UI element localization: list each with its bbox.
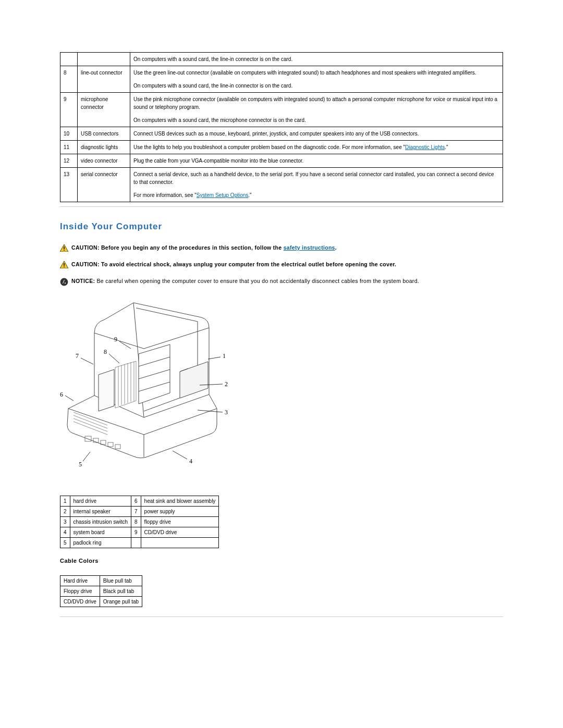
inline-link[interactable]: System Setup Options: [197, 192, 249, 198]
table-row: Hard driveBlue pull tab: [60, 576, 142, 586]
row-number: 9: [60, 93, 78, 127]
table-row: 9microphone connectorUse the pink microp…: [60, 93, 503, 127]
caution-text-post: .: [335, 244, 337, 251]
notice-text: Be careful when opening the computer cov…: [96, 278, 419, 284]
part-number: 7: [131, 507, 141, 517]
part-number: 9: [131, 527, 141, 538]
part-label: heat sink and blower assembly: [141, 496, 219, 507]
row-number: 10: [60, 127, 78, 141]
row-label: USB connectors: [78, 127, 130, 141]
row-label: serial connector: [78, 168, 130, 202]
part-label: hard drive: [70, 496, 131, 507]
callout-1: 1: [223, 352, 226, 360]
cable-colors-table: Hard driveBlue pull tabFloppy driveBlack…: [60, 575, 142, 607]
table-row: 4system board9CD/DVD drive: [60, 527, 219, 538]
safety-instructions-link[interactable]: safety instructions: [284, 244, 335, 251]
table-row: 3chassis intrusion switch8floppy drive: [60, 517, 219, 527]
caution-icon: [60, 261, 68, 269]
part-label: padlock ring: [70, 538, 131, 548]
part-number: 8: [131, 517, 141, 527]
caution-icon: [60, 244, 68, 253]
row-number: 11: [60, 141, 78, 154]
drive-name: Floppy drive: [60, 586, 100, 597]
part-number: 5: [60, 538, 70, 548]
callout-9: 9: [114, 336, 117, 343]
part-number: 4: [60, 527, 70, 538]
svg-point-7: [65, 282, 66, 283]
row-label: microphone connector: [78, 93, 130, 127]
section-heading: Inside Your Computer: [60, 221, 503, 232]
svg-line-19: [81, 358, 93, 364]
pull-tab-color: Orange pull tab: [100, 597, 142, 607]
part-label: internal speaker: [70, 507, 131, 517]
table-row: 10USB connectorsConnect USB devices such…: [60, 127, 503, 141]
part-label: floppy drive: [141, 517, 219, 527]
svg-line-17: [83, 452, 90, 461]
row-number: 8: [60, 66, 78, 93]
divider: [60, 206, 503, 207]
svg-line-16: [173, 451, 187, 459]
part-label: [141, 538, 219, 548]
row-description: Use the lights to help you troubleshoot …: [130, 141, 503, 154]
notice-icon: [60, 278, 68, 287]
drive-name: Hard drive: [60, 576, 100, 586]
row-description: Connect a serial device, such as a handh…: [130, 168, 503, 202]
table-row: 11diagnostic lightsUse the lights to hel…: [60, 141, 503, 154]
caution-label: CAUTION:: [71, 261, 101, 267]
row-description: Plug the cable from your VGA-compatible …: [130, 154, 503, 168]
table-row: 2internal speaker7power supply: [60, 507, 219, 517]
parts-table: 1hard drive6heat sink and blower assembl…: [60, 496, 219, 548]
table-row: 8line-out connectorUse the green line-ou…: [60, 66, 503, 93]
notice-label: NOTICE:: [71, 278, 96, 284]
part-number: [131, 538, 141, 548]
caution-text: To avoid electrical shock, always unplug…: [101, 261, 396, 267]
part-number: 3: [60, 517, 70, 527]
row-label: line-out connector: [78, 66, 130, 93]
table-row: CD/DVD driveOrange pull tab: [60, 597, 142, 607]
callout-3: 3: [225, 409, 228, 416]
part-label: power supply: [141, 507, 219, 517]
pull-tab-color: Blue pull tab: [100, 576, 142, 586]
table-row: 13serial connectorConnect a serial devic…: [60, 168, 503, 202]
caution-label: CAUTION:: [71, 244, 101, 251]
row-description: Use the pink microphone connector (avail…: [130, 93, 503, 127]
callout-4: 4: [189, 458, 192, 465]
connector-table: On computers with a sound card, the line…: [60, 52, 503, 202]
computer-interior-figure: 1 2 3 4 5 6 7 8 9: [58, 297, 503, 480]
drive-name: CD/DVD drive: [60, 597, 100, 607]
table-row: Floppy driveBlack pull tab: [60, 586, 142, 597]
row-number: [60, 53, 78, 66]
svg-line-18: [65, 396, 74, 401]
pull-tab-color: Black pull tab: [100, 586, 142, 597]
table-row: 12video connectorPlug the cable from you…: [60, 154, 503, 168]
table-row: 1hard drive6heat sink and blower assembl…: [60, 496, 219, 507]
caution-2: CAUTION: To avoid electrical shock, alwa…: [60, 261, 503, 269]
callout-5: 5: [79, 461, 82, 468]
row-number: 12: [60, 154, 78, 168]
row-label: video connector: [78, 154, 130, 168]
row-label: [78, 53, 130, 66]
svg-rect-2: [64, 250, 65, 251]
callout-8: 8: [104, 348, 107, 355]
divider: [60, 616, 503, 617]
svg-line-13: [208, 357, 221, 359]
cable-colors-heading: Cable Colors: [60, 558, 503, 564]
table-row: On computers with a sound card, the line…: [60, 53, 503, 66]
svg-rect-4: [64, 263, 65, 266]
caution-1: CAUTION: Before you begin any of the pro…: [60, 244, 503, 253]
svg-rect-5: [64, 266, 65, 267]
part-label: CD/DVD drive: [141, 527, 219, 538]
callout-2: 2: [225, 380, 228, 388]
row-description: On computers with a sound card, the line…: [130, 53, 503, 66]
svg-rect-1: [64, 246, 65, 249]
part-number: 1: [60, 496, 70, 507]
table-row: 5padlock ring: [60, 538, 219, 548]
inline-link[interactable]: Diagnostic Lights: [405, 144, 445, 150]
notice: NOTICE: Be careful when opening the comp…: [60, 278, 503, 287]
row-label: diagnostic lights: [78, 141, 130, 154]
row-number: 13: [60, 168, 78, 202]
part-number: 6: [131, 496, 141, 507]
part-number: 2: [60, 507, 70, 517]
row-description: Use the green line-out connector (availa…: [130, 66, 503, 93]
svg-point-6: [60, 278, 68, 286]
